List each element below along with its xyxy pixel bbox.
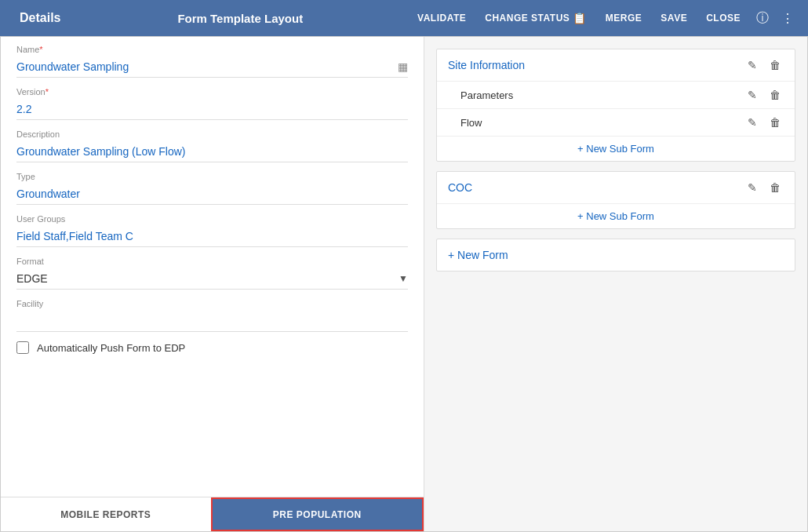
details-label: Details	[8, 11, 72, 25]
user-groups-value[interactable]: Field Staff,Field Team C	[16, 225, 408, 247]
validate-button[interactable]: VALIDATE	[408, 0, 475, 36]
site-information-edit-button[interactable]: ✎	[744, 57, 760, 73]
type-label: Type	[16, 172, 408, 181]
coc-header: COC ✎ 🗑	[437, 172, 795, 204]
dropdown-arrow-icon: ▼	[399, 273, 408, 284]
flow-label: Flow	[460, 117, 482, 129]
coc-card: COC ✎ 🗑 + New Sub Form	[436, 171, 795, 229]
main-container: Name* Groundwater Sampling ▦ Version* 2.…	[0, 36, 808, 532]
copy-icon[interactable]: ▦	[398, 60, 408, 73]
close-button[interactable]: CLOSE	[697, 0, 750, 36]
facility-label: Facility	[16, 299, 408, 308]
auto-push-label: Automatically Push Form to EDP	[37, 342, 185, 354]
site-info-new-sub-form-button[interactable]: + New Sub Form	[577, 143, 654, 155]
bottom-tabs: MOBILE REPORTS PRE POPULATION	[1, 497, 424, 531]
merge-button[interactable]: MERGE	[596, 0, 652, 36]
coc-new-sub-form-row: + New Sub Form	[437, 204, 795, 228]
name-field-group: Name* Groundwater Sampling ▦	[16, 45, 408, 78]
parameters-sub-form: Parameters ✎ 🗑	[437, 82, 795, 109]
user-groups-field-group: User Groups Field Staff,Field Team C	[16, 214, 408, 247]
type-value[interactable]: Groundwater	[16, 183, 408, 205]
name-label: Name*	[16, 45, 408, 54]
flow-sub-form: Flow ✎ 🗑	[437, 109, 795, 137]
site-information-header: Site Information ✎ 🗑	[437, 49, 795, 82]
new-form-card: + New Form	[436, 239, 795, 271]
more-options-button[interactable]: ⋮	[775, 0, 800, 36]
parameters-label: Parameters	[460, 89, 513, 101]
left-panel: Name* Groundwater Sampling ▦ Version* 2.…	[1, 37, 424, 531]
auto-push-checkbox[interactable]	[16, 341, 29, 354]
site-information-card: Site Information ✎ 🗑 Parameters ✎ 🗑 Flow…	[436, 49, 795, 162]
coc-new-sub-form-button[interactable]: + New Sub Form	[577, 210, 654, 222]
parameters-edit-button[interactable]: ✎	[744, 87, 760, 103]
coc-edit-button[interactable]: ✎	[744, 180, 760, 195]
tab-mobile-reports[interactable]: MOBILE REPORTS	[1, 497, 211, 531]
site-information-actions: ✎ 🗑	[744, 57, 784, 73]
new-form-button[interactable]: + New Form	[448, 249, 508, 261]
tab-pre-population[interactable]: PRE POPULATION	[211, 497, 424, 531]
format-label: Format	[16, 257, 408, 266]
version-label: Version*	[16, 87, 408, 97]
flow-edit-button[interactable]: ✎	[744, 115, 760, 130]
info-button[interactable]: ⓘ	[750, 0, 775, 36]
format-select[interactable]: EDGE ▼	[16, 268, 408, 290]
parameters-delete-button[interactable]: 🗑	[766, 87, 784, 103]
facility-field-group: Facility	[16, 299, 408, 332]
facility-value[interactable]	[16, 310, 408, 332]
coc-actions: ✎ 🗑	[744, 180, 784, 195]
user-groups-label: User Groups	[16, 214, 408, 224]
right-panel: Site Information ✎ 🗑 Parameters ✎ 🗑 Flow…	[424, 37, 807, 531]
change-status-icon: 📋	[573, 12, 587, 24]
description-label: Description	[16, 129, 408, 139]
version-value[interactable]: 2.2	[16, 98, 408, 120]
page-title: Form Template Layout	[72, 12, 408, 25]
version-field-group: Version* 2.2	[16, 87, 408, 120]
description-field-group: Description Groundwater Sampling (Low Fl…	[16, 129, 408, 162]
name-value[interactable]: Groundwater Sampling ▦	[16, 56, 408, 78]
site-information-title: Site Information	[448, 59, 525, 71]
site-information-delete-button[interactable]: 🗑	[766, 57, 784, 73]
app-header: Details Form Template Layout VALIDATE CH…	[0, 0, 808, 36]
type-field-group: Type Groundwater	[16, 172, 408, 205]
coc-title: COC	[448, 181, 472, 194]
form-body: Name* Groundwater Sampling ▦ Version* 2.…	[1, 37, 424, 497]
flow-delete-button[interactable]: 🗑	[766, 115, 784, 130]
site-info-new-sub-form-row: + New Sub Form	[437, 137, 795, 161]
coc-delete-button[interactable]: 🗑	[766, 180, 784, 195]
format-field-group: Format EDGE ▼	[16, 257, 408, 290]
save-button[interactable]: SAVE	[651, 0, 697, 36]
description-value[interactable]: Groundwater Sampling (Low Flow)	[16, 140, 408, 162]
change-status-button[interactable]: CHANGE STATUS 📋	[475, 0, 596, 36]
auto-push-row: Automatically Push Form to EDP	[16, 341, 408, 354]
